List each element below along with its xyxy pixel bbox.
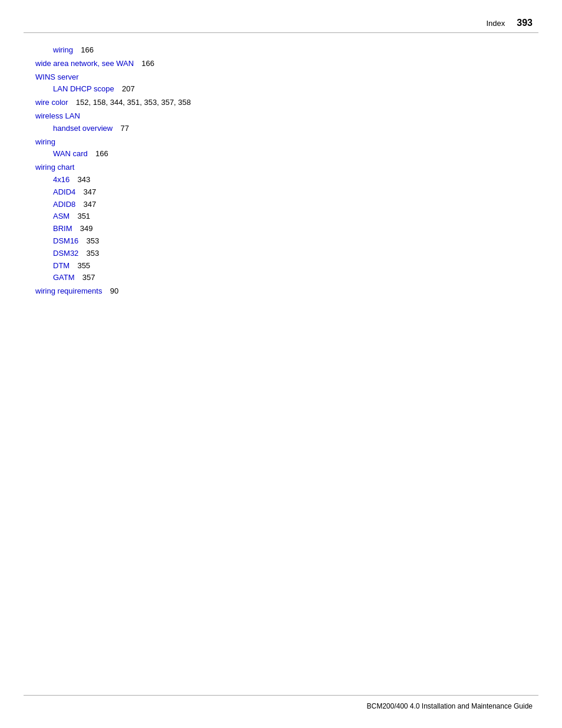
footer-text: BCM200/400 4.0 Installation and Maintena…	[366, 702, 533, 710]
footer-area: BCM200/400 4.0 Installation and Maintena…	[366, 702, 533, 710]
entry-wiring: wiring WAN card 166	[35, 136, 527, 161]
entry-wireless-lan: wireless LAN handset overview 77	[35, 110, 527, 135]
link-wide-area-network[interactable]: wide area network, see WAN 166	[35, 59, 154, 68]
link-dsm32[interactable]: DSM32 353	[53, 249, 99, 258]
entry-wiring-chart: wiring chart 4x16 343 ADID4 347 ADID8 34…	[35, 162, 527, 284]
header-page-number: 393	[517, 18, 533, 28]
link-wins-lan-dhcp[interactable]: LAN DHCP scope 207	[53, 84, 135, 93]
link-wiring-sub[interactable]: wiring 166	[53, 45, 94, 54]
link-adid8[interactable]: ADID8 347	[53, 200, 96, 209]
top-rule	[24, 32, 538, 33]
link-wiring-chart[interactable]: wiring chart	[35, 163, 74, 172]
entry-wiring-requirements: wiring requirements 90	[35, 285, 527, 298]
bottom-rule	[24, 695, 538, 696]
entry-wide-area-network: wide area network, see WAN 166	[35, 58, 527, 70]
content-area: wiring 166 wide area network, see WAN 16…	[35, 44, 527, 299]
link-wireless-lan[interactable]: wireless LAN	[35, 111, 80, 120]
link-wiring[interactable]: wiring	[35, 137, 55, 146]
link-dtm[interactable]: DTM 355	[53, 261, 90, 270]
link-wire-color[interactable]: wire color 152, 158, 344, 351, 353, 357,…	[35, 98, 191, 107]
header-index-label: Index	[486, 19, 505, 28]
link-wiring-requirements[interactable]: wiring requirements 90	[35, 286, 118, 295]
link-gatm[interactable]: GATM 357	[53, 273, 95, 282]
link-wan-card[interactable]: WAN card 166	[53, 149, 108, 158]
entry-wire-color: wire color 152, 158, 344, 351, 353, 357,…	[35, 97, 527, 109]
link-adid4[interactable]: ADID4 347	[53, 187, 96, 196]
link-4x16[interactable]: 4x16 343	[53, 175, 90, 184]
link-dsm16[interactable]: DSM16 353	[53, 236, 99, 245]
entry-wins-server: WINS server LAN DHCP scope 207	[35, 71, 527, 96]
link-wins-server[interactable]: WINS server	[35, 73, 79, 81]
entry-wiring-sub: wiring 166	[35, 44, 527, 57]
header-area: Index 393	[486, 18, 533, 28]
page-container: Index 393 wiring 166 wide area network, …	[0, 0, 562, 728]
link-brim[interactable]: BRIM 349	[53, 224, 92, 233]
link-handset-overview[interactable]: handset overview 77	[53, 124, 129, 133]
link-asm[interactable]: ASM 351	[53, 212, 90, 220]
